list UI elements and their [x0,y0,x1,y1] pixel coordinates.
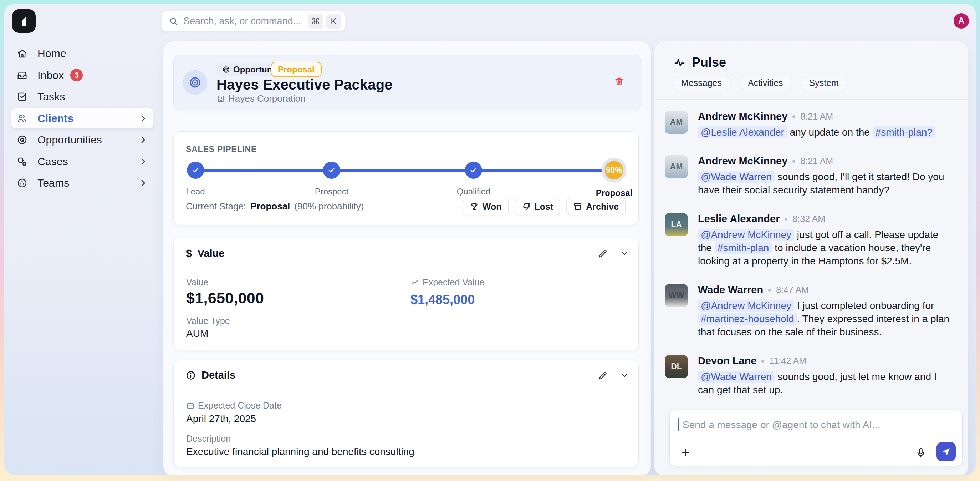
message-body: Devon Lane11:42 AM@Wade Warren sounds go… [698,355,953,397]
stage-check-node [465,162,482,179]
message-avatar[interactable]: WW [665,284,688,307]
home-icon [17,48,28,59]
stage-label: Qualified [457,186,491,197]
mention-link[interactable]: @Leslie Alexander [698,126,787,138]
mention-link[interactable]: @Andrew McKinney [698,229,794,240]
value-card-tools [598,249,629,259]
hashtag-link[interactable]: #smith-plan? [873,126,935,138]
app-logo[interactable] [12,9,36,33]
pipeline-stage-lead[interactable]: Lead [186,162,205,197]
chevron-right-icon [138,114,148,123]
message-avatar[interactable]: LA [665,213,688,236]
logo-glyph [17,14,31,28]
message-body: Andrew McKinney8:21 AM@Leslie Alexander … [698,111,953,139]
action-label: Won [482,202,502,212]
text-caret [678,418,679,431]
tasks-icon [17,91,28,102]
details-card: Details Expected Close Date April 27th, … [173,360,639,467]
target-icon [189,76,202,89]
trash-icon [614,76,624,87]
archive-button[interactable]: Archive [566,198,625,215]
stage-badge[interactable]: Proposal [270,62,322,77]
message-time: 8:21 AM [800,111,833,122]
collapse-value-button[interactable] [620,249,629,259]
value-amount: $1,650,000 [186,289,264,307]
chevron-right-icon [138,178,148,188]
sidebar-item-clients[interactable]: Clients [11,108,153,129]
message-item: AMAndrew McKinney8:21 AM@Leslie Alexande… [665,111,953,139]
sidebar-item-cases[interactable]: Cases [11,151,153,172]
search-input[interactable] [183,16,305,27]
value-type-label: Value Type [186,316,230,326]
hashtag-link[interactable]: #martinez-household [698,313,797,325]
message-avatar[interactable]: DL [665,355,688,378]
mention-link[interactable]: @Andrew McKinney [698,300,794,312]
hashtag-link[interactable]: #smith-plan [715,242,772,254]
delete-button[interactable] [614,76,624,88]
opportunity-avatar [183,70,207,94]
current-stage-value: Proposal [250,201,290,212]
shortcut-k-key: K [326,14,341,29]
pencil-icon [598,371,608,381]
edit-details-button[interactable] [598,371,608,381]
close-date: April 27th, 2025 [186,413,256,425]
message-author: Devon Lane [698,355,756,367]
message-avatar[interactable]: AM [665,155,688,178]
details-card-title: Details [202,370,235,381]
edit-value-button[interactable] [598,249,608,259]
lost-button[interactable]: Lost [515,198,560,215]
send-button[interactable] [937,442,956,461]
probability-note: (90% probability) [294,201,364,212]
building-icon [216,94,225,103]
details-card-header: Details [186,370,235,381]
message-feed: AMAndrew McKinney8:21 AM@Leslie Alexande… [665,111,953,413]
pipeline-stage-prospect[interactable]: Prospect [315,162,349,197]
pipeline-stage-proposal[interactable]: 90%Proposal [596,161,633,198]
dot-separator [768,289,771,291]
mention-link[interactable]: @Wade Warren [698,371,775,382]
expected-value-amount: $1,485,000 [410,292,475,307]
message-text: @Wade Warren sounds good, I'll get it st… [698,170,953,197]
message-item: WWWade Warren8:47 AM@Andrew McKinney I j… [665,284,953,339]
chevron-right-icon [138,135,148,145]
sidebar-item-label: Cases [37,156,68,168]
teams-icon [17,177,28,189]
message-item: AMAndrew McKinney8:21 AM@Wade Warren sou… [665,155,953,197]
mention-link[interactable]: @Wade Warren [698,171,775,183]
sidebar-item-teams[interactable]: Teams [11,173,153,193]
user-avatar[interactable]: A [954,13,969,29]
pulse-tab-system[interactable]: System [800,76,848,90]
mic-button[interactable] [915,447,926,459]
chevron-right-icon [138,157,148,166]
clients-icon [17,113,28,124]
message-body: Andrew McKinney8:21 AM@Wade Warren sound… [698,155,953,197]
expected-value-label: Expected Value [410,277,484,288]
message-item: LALeslie Alexander8:32 AM@Andrew McKinne… [665,213,953,268]
pulse-tab-activities[interactable]: Activities [738,76,792,90]
send-icon [941,447,951,457]
message-text: @Leslie Alexander any update on the #smi… [698,126,953,139]
sidebar-item-tasks[interactable]: Tasks [11,87,153,107]
pipeline-stage-qualified[interactable]: Qualified [457,162,491,197]
collapse-details-button[interactable] [620,371,629,381]
close-date-label: Expected Close Date [186,400,282,411]
sidebar-item-inbox[interactable]: Inbox3 [11,65,153,85]
check-icon [469,166,478,175]
stage-check-node [323,162,340,179]
current-stage-label: Current Stage: [186,201,246,212]
message-composer[interactable]: + [670,409,963,466]
sidebar-item-opportunities[interactable]: Opportunities [11,130,153,150]
attach-button[interactable]: + [678,445,693,461]
action-label: Archive [586,202,619,212]
search-bar[interactable]: ⌘ K [161,11,345,32]
pulse-tab-messages[interactable]: Messages [672,76,731,90]
sidebar-item-home[interactable]: Home [11,43,153,64]
message-author: Andrew McKinney [698,111,788,123]
composer-input[interactable] [682,418,954,432]
pipeline-stages: LeadProspectQualified90%Proposal [174,158,638,194]
description-text: Executive financial planning and benefit… [186,446,414,457]
message-text-span: I just completed onboarding for [794,300,934,311]
won-button[interactable]: Won [463,198,509,215]
message-avatar[interactable]: AM [665,111,688,134]
message-text: @Wade Warren sounds good, just let me kn… [698,370,953,397]
